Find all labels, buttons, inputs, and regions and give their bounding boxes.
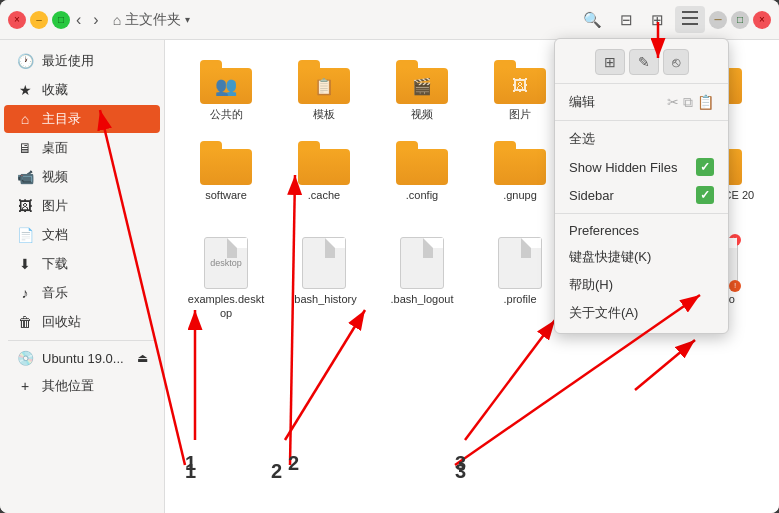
documents-icon: 📄 [16,227,34,243]
maximize-button[interactable]: □ [52,11,70,29]
menu-icon-preview[interactable]: ⊞ [595,49,625,75]
sidebar-separator [8,340,156,341]
menu-item-sidebar[interactable]: Sidebar ✓ [555,181,728,209]
cut-icon: ✂ [667,94,679,111]
sidebar-item-pictures[interactable]: 🖼 图片 [4,192,160,220]
folder-icon: 🖼 [494,60,546,104]
menu-item-select-all[interactable]: 全选 [555,125,728,153]
home-folder-icon: ⌂ [16,111,34,127]
menu-item-keyboard[interactable]: 键盘快捷键(K) [555,243,728,271]
sidebar-label-favorites: 收藏 [42,81,68,99]
svg-rect-2 [682,23,698,25]
file-icon: desktop [204,237,248,289]
trash-icon: 🗑 [16,314,34,330]
menu-sep-3 [555,213,728,214]
folder-name-videos: 视频 [411,107,433,121]
star-icon: ★ [16,82,34,98]
folder-icon: 👥 [200,60,252,104]
sidebar-item-home[interactable]: ⌂ 主目录 [4,105,160,133]
titlebar-actions: 🔍 ⊟ ⊞ ─ □ × [576,6,771,34]
sidebar-item-favorites[interactable]: ★ 收藏 [4,76,160,104]
folder-name-templates: 模板 [313,107,335,121]
window-close-btn[interactable]: × [753,11,771,29]
music-icon: ♪ [16,285,34,301]
help-label: 帮助(H) [569,276,613,294]
menu-item-show-hidden[interactable]: Show Hidden Files ✓ [555,153,728,181]
pictures-icon: 🖼 [16,198,34,214]
sidebar-item-documents[interactable]: 📄 文档 [4,221,160,249]
file-profile[interactable]: .profile [475,229,565,329]
window-max-btn[interactable]: □ [731,11,749,29]
annotation-1: 1 [185,460,196,483]
folder-public[interactable]: 👥 公共的 [181,52,271,129]
menu-icon-share[interactable]: ⎋ [663,49,689,75]
file-bash-logout[interactable]: .bash_logout [377,229,467,329]
folder-icon: 🎬 [396,60,448,104]
folder-gnupg[interactable]: .gnupg [475,133,565,225]
sidebar-item-recent[interactable]: 🕐 最近使用 [4,47,160,75]
show-hidden-label: Show Hidden Files [569,160,677,175]
folder-name-software: software [205,188,247,202]
sidebar-item-trash[interactable]: 🗑 回收站 [4,308,160,336]
home-icon: ⌂ [113,12,121,28]
file-examples-desktop[interactable]: desktop examples.desktop [181,229,271,329]
eject-icon[interactable]: ⏏ [137,351,148,365]
window-min-btn[interactable]: ─ [709,11,727,29]
svg-rect-0 [682,11,698,13]
sidebar-label-ubuntu: Ubuntu 19.0... [42,351,124,366]
menu-sep-2 [555,120,728,121]
home-button[interactable]: ⌂ 主文件夹 ▾ [105,7,198,33]
sidebar-label-videos: 视频 [42,168,68,186]
sidebar-label-music: 音乐 [42,284,68,302]
folder-name-pictures: 图片 [509,107,531,121]
select-all-label: 全选 [569,130,595,148]
sidebar: 🕐 最近使用 ★ 收藏 ⌂ 主目录 🖥 桌面 📹 视频 🖼 图片 [0,40,165,513]
file-manager-window: × – □ ‹ › ⌂ 主文件夹 ▾ 🔍 ⊟ ⊞ ─ □ × [0,0,779,513]
sidebar-item-desktop[interactable]: 🖥 桌面 [4,134,160,162]
back-button[interactable]: ‹ [70,7,87,33]
recent-icon: 🕐 [16,53,34,69]
file-icon [302,237,346,289]
desktop-icon: 🖥 [16,140,34,156]
menu-item-about[interactable]: 关于文件(A) [555,299,728,327]
downloads-icon: ⬇ [16,256,34,272]
svg-rect-1 [682,17,698,19]
folder-pictures[interactable]: 🖼 图片 [475,52,565,129]
search-button[interactable]: 🔍 [576,6,609,34]
sidebar-item-downloads[interactable]: ⬇ 下载 [4,250,160,278]
sidebar-item-ubuntu[interactable]: 💿 Ubuntu 19.0... ⏏ [4,345,160,371]
folder-software[interactable]: software [181,133,271,225]
copy-icon: ⧉ [683,94,693,111]
folder-icon [298,141,350,185]
file-icon [400,237,444,289]
menu-item-help[interactable]: 帮助(H) [555,271,728,299]
titlebar: × – □ ‹ › ⌂ 主文件夹 ▾ 🔍 ⊟ ⊞ ─ □ × [0,0,779,40]
forward-button[interactable]: › [87,7,104,33]
menu-item-edit[interactable]: 编辑 ✂ ⧉ 📋 [555,88,728,116]
file-bash-history[interactable]: .bash_history [279,229,369,329]
folder-cache[interactable]: .cache [279,133,369,225]
file-icon [498,237,542,289]
menu-button[interactable] [675,6,705,33]
view-toggle-button[interactable]: ⊟ [613,6,640,34]
context-menu: ⊞ ✎ ⎋ 编辑 ✂ ⧉ 📋 全选 Show Hidden Files ✓ Si… [554,38,729,334]
menu-item-preferences[interactable]: Preferences [555,218,728,243]
svg-line-8 [635,340,695,390]
folder-icon: 📋 [298,60,350,104]
folder-name-config: .config [406,188,438,202]
folder-templates[interactable]: 📋 模板 [279,52,369,129]
folder-videos[interactable]: 🎬 视频 [377,52,467,129]
minimize-button[interactable]: – [30,11,48,29]
paste-icon: 📋 [697,94,714,111]
sidebar-item-videos[interactable]: 📹 视频 [4,163,160,191]
svg-line-5 [285,310,365,440]
folder-config[interactable]: .config [377,133,467,225]
annotation-3: 3 [455,460,466,483]
menu-icon-rename[interactable]: ✎ [629,49,659,75]
sidebar-item-other[interactable]: + 其他位置 [4,372,160,400]
sidebar-item-music[interactable]: ♪ 音乐 [4,279,160,307]
close-button[interactable]: × [8,11,26,29]
folder-icon [494,141,546,185]
sort-button[interactable]: ⊞ [644,6,671,34]
hamburger-icon [682,11,698,25]
